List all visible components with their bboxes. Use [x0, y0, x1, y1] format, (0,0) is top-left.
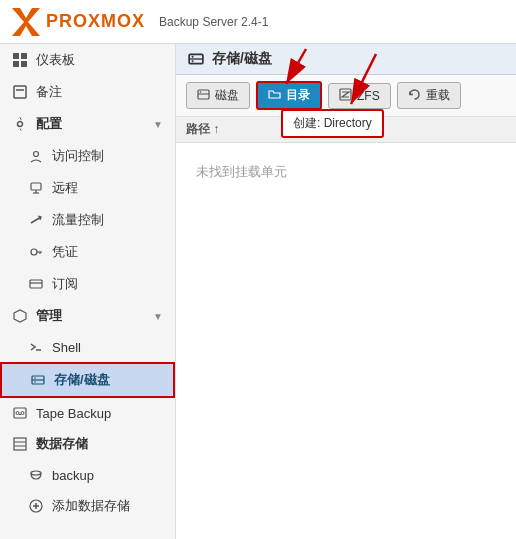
sidebar-item-access-control[interactable]: 访问控制 — [0, 140, 175, 172]
sidebar-item-label: Tape Backup — [36, 406, 111, 421]
sidebar-item-label: 管理 — [36, 307, 62, 325]
sidebar-item-label: 订阅 — [52, 275, 78, 293]
sidebar-item-shell[interactable]: Shell — [0, 332, 175, 362]
sidebar-item-label: 仪表板 — [36, 51, 75, 69]
svg-rect-16 — [30, 280, 42, 288]
sidebar-item-label: Shell — [52, 340, 81, 355]
svg-rect-4 — [21, 61, 27, 67]
svg-rect-9 — [31, 183, 41, 190]
sidebar-item-credentials[interactable]: 凭证 — [0, 236, 175, 268]
zfs-button[interactable]: ZFS — [328, 83, 391, 109]
main-layout: 仪表板 备注 配置 ▼ 访问控制 — [0, 44, 516, 539]
svg-point-37 — [192, 60, 194, 62]
table-empty-text: 未找到挂载单元 — [176, 143, 516, 201]
create-directory-dropdown[interactable]: 创建: Directory — [281, 109, 384, 138]
sidebar-item-manage[interactable]: 管理 ▼ — [0, 300, 175, 332]
expand-arrow-icon: ▼ — [153, 119, 163, 130]
disk-button[interactable]: 磁盘 — [186, 82, 250, 109]
add-icon — [28, 498, 44, 514]
sidebar-item-storage[interactable]: 存储/磁盘 — [0, 362, 175, 398]
zfs-button-label: ZFS — [357, 89, 380, 103]
header-subtitle: Backup Server 2.4-1 — [159, 15, 268, 29]
credentials-icon — [28, 244, 44, 260]
sidebar-item-label: 添加数据存储 — [52, 497, 130, 515]
sidebar-item-label: 数据存储 — [36, 435, 88, 453]
folder-icon — [268, 88, 281, 104]
sidebar-item-label: 凭证 — [52, 243, 78, 261]
sidebar-item-label: 流量控制 — [52, 211, 104, 229]
manage-icon — [12, 308, 28, 324]
svg-point-7 — [18, 122, 23, 127]
content-title-bar: 存储/磁盘 — [176, 44, 516, 75]
svg-point-30 — [31, 471, 41, 475]
sidebar-item-dashboard[interactable]: 仪表板 — [0, 44, 175, 76]
sidebar-item-label: 备注 — [36, 83, 62, 101]
svg-rect-3 — [13, 61, 19, 67]
store-icon — [28, 467, 44, 483]
sidebar-item-label: 存储/磁盘 — [54, 371, 110, 389]
subscription-icon — [28, 276, 44, 292]
sidebar-item-tape-backup[interactable]: Tape Backup — [0, 398, 175, 428]
svg-point-22 — [34, 381, 36, 383]
remote-icon — [28, 180, 44, 196]
storage-nav-icon — [30, 372, 46, 388]
toolbar: 磁盘 目录 ZFS 重载 — [176, 75, 516, 117]
svg-point-40 — [200, 91, 202, 93]
svg-point-13 — [31, 249, 37, 255]
table-area: 未找到挂载单元 — [176, 143, 516, 539]
sidebar-item-label: backup — [52, 468, 94, 483]
logo-text: PROXMOX — [46, 11, 145, 32]
svg-line-12 — [31, 217, 41, 223]
sidebar-item-backup[interactable]: 备注 — [0, 76, 175, 108]
disk-button-label: 磁盘 — [215, 87, 239, 104]
sidebar-item-traffic[interactable]: 流量控制 — [0, 204, 175, 236]
traffic-icon — [28, 212, 44, 228]
sidebar-item-label: 远程 — [52, 179, 78, 197]
directory-button-label: 目录 — [286, 87, 310, 104]
disk-icon — [197, 88, 210, 104]
sidebar-item-config[interactable]: 配置 ▼ — [0, 108, 175, 140]
data-icon — [12, 436, 28, 452]
tape-icon — [12, 405, 28, 421]
sidebar: 仪表板 备注 配置 ▼ 访问控制 — [0, 44, 176, 539]
header: PROXMOX Backup Server 2.4-1 — [0, 0, 516, 44]
sidebar-item-backup-store[interactable]: backup — [0, 460, 175, 490]
sidebar-item-subscription[interactable]: 订阅 — [0, 268, 175, 300]
sidebar-item-label: 访问控制 — [52, 147, 104, 165]
svg-rect-27 — [14, 438, 26, 450]
svg-point-25 — [21, 412, 24, 415]
dashboard-icon — [12, 52, 28, 68]
svg-point-8 — [34, 152, 39, 157]
config-icon — [12, 116, 28, 132]
proxmox-logo-icon — [12, 8, 40, 36]
sidebar-item-remote[interactable]: 远程 — [0, 172, 175, 204]
shell-icon — [28, 339, 44, 355]
svg-rect-1 — [13, 53, 19, 59]
logo-area: PROXMOX Backup Server 2.4-1 — [12, 8, 268, 36]
directory-button[interactable]: 目录 — [256, 81, 322, 110]
content-area: 存储/磁盘 磁盘 目录 ZFS — [176, 44, 516, 539]
svg-rect-2 — [21, 53, 27, 59]
storage-header-icon — [188, 51, 204, 67]
zfs-icon — [339, 88, 352, 104]
expand-arrow-icon: ▼ — [153, 311, 163, 322]
reload-button[interactable]: 重载 — [397, 82, 461, 109]
content-title: 存储/磁盘 — [212, 50, 272, 68]
sidebar-item-add-storage[interactable]: 添加数据存储 — [0, 490, 175, 522]
access-icon — [28, 148, 44, 164]
dropdown-label: 创建: Directory — [293, 116, 372, 130]
svg-point-36 — [192, 56, 194, 58]
sidebar-item-data-storage[interactable]: 数据存储 — [0, 428, 175, 460]
svg-rect-5 — [14, 86, 26, 98]
reload-button-label: 重载 — [426, 87, 450, 104]
reload-icon — [408, 88, 421, 104]
sidebar-item-label: 配置 — [36, 115, 62, 133]
svg-point-21 — [34, 377, 36, 379]
svg-point-24 — [16, 412, 19, 415]
svg-marker-0 — [12, 8, 40, 36]
backup-icon — [12, 84, 28, 100]
